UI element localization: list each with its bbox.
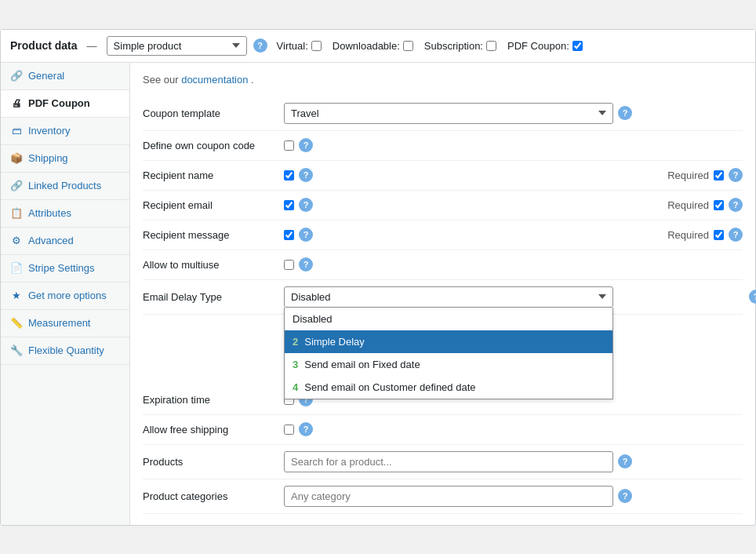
- recipient-email-help-icon[interactable]: ?: [299, 198, 313, 212]
- pdf-coupon-label: PDF Coupon:: [507, 40, 569, 52]
- allow-multiuse-control: ?: [284, 257, 743, 272]
- sidebar-item-linked-products[interactable]: 🔗 Linked Products: [1, 173, 129, 200]
- sidebar-item-stripe-settings[interactable]: 📄 Stripe Settings: [1, 255, 129, 282]
- recipient-name-label: Recipient name: [143, 169, 284, 181]
- products-search-input[interactable]: [284, 451, 613, 472]
- email-delay-type-row: Email Delay Type Disabled Disabled 2 Sim…: [143, 280, 743, 315]
- sidebar-item-label: Flexible Quantity: [28, 344, 104, 356]
- product-categories-help-icon[interactable]: ?: [618, 489, 632, 503]
- sidebar-item-label: Inventory: [28, 125, 70, 137]
- doc-text: See our: [143, 74, 181, 86]
- coupon-template-select[interactable]: Travel Birthday Holiday Corporate: [284, 103, 613, 124]
- sidebar-item-general[interactable]: 🔗 General: [1, 63, 129, 90]
- sidebar-item-flexible-quantity[interactable]: 🔧 Flexible Quantity: [1, 337, 129, 365]
- documentation-link[interactable]: documentation: [181, 74, 248, 86]
- item-label: Disabled: [293, 313, 333, 325]
- recipient-message-label: Recipient message: [143, 229, 284, 241]
- dropdown-item-customer-defined[interactable]: 4 Send email on Customer defined date: [285, 376, 612, 399]
- email-delay-type-control: Disabled Disabled 2 Simple Delay 3: [284, 286, 743, 308]
- doc-period: .: [251, 74, 254, 86]
- email-delay-type-select[interactable]: Disabled: [284, 286, 613, 308]
- sidebar-item-label: Attributes: [28, 207, 71, 219]
- product-categories-row: Product categories ?: [143, 479, 743, 514]
- recipient-message-required: Required ?: [667, 228, 743, 242]
- subscription-checkbox-label[interactable]: Subscription:: [424, 40, 496, 52]
- subscription-checkbox[interactable]: [486, 41, 496, 51]
- sidebar-item-label: Shipping: [28, 152, 68, 164]
- link-icon: 🔗: [10, 70, 23, 82]
- define-own-coupon-help-icon[interactable]: ?: [299, 138, 313, 152]
- downloadable-checkbox[interactable]: [403, 41, 413, 51]
- virtual-checkbox-label[interactable]: Virtual:: [277, 40, 322, 52]
- sidebar-item-get-more-options[interactable]: ★ Get more options: [1, 282, 129, 310]
- item-number-4: 4: [293, 381, 298, 393]
- panel-header: Product data — Simple productVariable pr…: [1, 30, 755, 63]
- sidebar-item-shipping[interactable]: 📦 Shipping: [1, 145, 129, 173]
- star-icon: ★: [10, 290, 23, 302]
- recipient-email-control: ?: [284, 198, 667, 212]
- dropdown-item-disabled[interactable]: Disabled: [285, 308, 612, 330]
- sidebar-item-measurement[interactable]: 📏 Measurement: [1, 310, 129, 337]
- allow-multiuse-help-icon[interactable]: ?: [299, 257, 313, 272]
- email-delay-type-label: Email Delay Type: [143, 291, 284, 303]
- define-own-coupon-checkbox[interactable]: [284, 140, 294, 151]
- attributes-icon: 📋: [10, 207, 23, 220]
- virtual-label: Virtual:: [277, 40, 308, 52]
- downloadable-label: Downloadable:: [333, 40, 400, 52]
- product-type-help-icon[interactable]: ?: [253, 38, 267, 53]
- sidebar-item-inventory[interactable]: 🗃 Inventory: [1, 118, 129, 145]
- recipient-email-required-help-icon[interactable]: ?: [729, 198, 743, 212]
- downloadable-checkbox-label[interactable]: Downloadable:: [333, 40, 413, 52]
- email-delay-help-icon[interactable]: ?: [749, 290, 756, 304]
- sidebar-item-pdf-coupon[interactable]: 🖨 PDF Coupon: [1, 90, 129, 118]
- product-type-select[interactable]: Simple productVariable productGrouped pr…: [107, 36, 247, 56]
- products-help-icon[interactable]: ?: [618, 454, 632, 468]
- item-label: Send email on Fixed date: [304, 359, 420, 370]
- product-categories-control: ?: [284, 486, 743, 507]
- recipient-message-row: Recipient message ? Required ?: [143, 221, 743, 250]
- sidebar-item-label: Measurement: [28, 317, 90, 329]
- recipient-message-required-help-icon[interactable]: ?: [729, 228, 743, 242]
- stripe-icon: 📄: [10, 262, 23, 275]
- panel-title: Product data: [10, 39, 78, 52]
- content-area: See our documentation . Coupon template …: [130, 63, 755, 525]
- allow-free-shipping-help-icon[interactable]: ?: [299, 422, 313, 436]
- recipient-name-required-checkbox[interactable]: [714, 170, 724, 180]
- allow-free-shipping-row: Allow free shipping ?: [143, 415, 743, 445]
- measure-icon: 📏: [10, 317, 23, 330]
- sidebar-item-label: General: [28, 70, 64, 82]
- shipping-icon: 📦: [10, 152, 23, 165]
- allow-multiuse-label: Allow to multiuse: [143, 259, 284, 271]
- pdf-coupon-checkbox[interactable]: [572, 41, 583, 51]
- sidebar-item-label: Advanced: [28, 235, 74, 246]
- dropdown-item-simple-delay[interactable]: 2 Simple Delay: [285, 330, 612, 353]
- subscription-label: Subscription:: [424, 40, 483, 52]
- recipient-message-help-icon[interactable]: ?: [299, 228, 313, 242]
- recipient-name-required-label: Required: [667, 169, 709, 181]
- recipient-email-required-label: Required: [667, 199, 709, 211]
- recipient-name-checkbox[interactable]: [284, 170, 294, 180]
- coupon-template-help-icon[interactable]: ?: [618, 106, 632, 120]
- pdf-coupon-checkbox-label[interactable]: PDF Coupon:: [507, 40, 583, 52]
- sidebar-item-attributes[interactable]: 📋 Attributes: [1, 200, 129, 228]
- recipient-name-required-help-icon[interactable]: ?: [729, 168, 743, 182]
- email-delay-dropdown-menu: Disabled 2 Simple Delay 3 Send email on …: [284, 308, 613, 399]
- allow-free-shipping-checkbox[interactable]: [284, 425, 294, 435]
- sidebar-item-label: Linked Products: [28, 180, 101, 191]
- email-delay-dropdown-container: Disabled Disabled 2 Simple Delay 3: [284, 286, 613, 308]
- recipient-message-required-checkbox[interactable]: [714, 230, 724, 240]
- virtual-checkbox[interactable]: [311, 41, 322, 51]
- recipient-email-checkbox[interactable]: [284, 200, 294, 210]
- recipient-name-help-icon[interactable]: ?: [299, 168, 313, 182]
- products-control: ?: [284, 451, 743, 472]
- recipient-email-required-checkbox[interactable]: [714, 200, 724, 210]
- allow-multiuse-checkbox[interactable]: [284, 260, 294, 270]
- dropdown-item-fixed-date[interactable]: 3 Send email on Fixed date: [285, 353, 612, 376]
- recipient-message-required-label: Required: [667, 229, 709, 241]
- define-own-coupon-row: Define own coupon code ?: [143, 131, 743, 161]
- product-categories-input[interactable]: [284, 486, 613, 507]
- item-label: Simple Delay: [304, 336, 365, 348]
- products-row: Products ?: [143, 445, 743, 479]
- sidebar-item-advanced[interactable]: ⚙ Advanced: [1, 228, 129, 255]
- recipient-message-checkbox[interactable]: [284, 230, 294, 240]
